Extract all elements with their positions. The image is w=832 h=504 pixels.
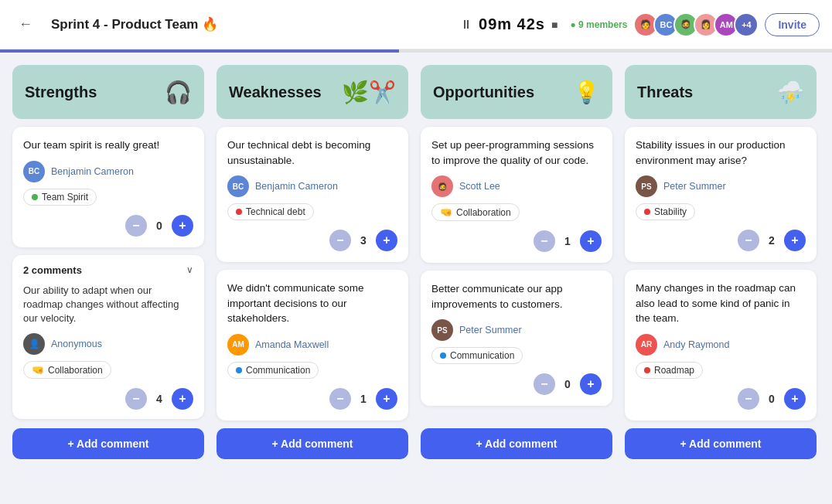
add-comment-button-weaknesses[interactable]: + Add comment bbox=[217, 428, 408, 459]
vote-minus-button[interactable]: − bbox=[738, 388, 759, 410]
card-tag: Team Spirit bbox=[23, 189, 97, 206]
tag-dot bbox=[236, 209, 242, 215]
vote-row: − 3 + bbox=[227, 230, 397, 251]
tag-dot bbox=[644, 209, 650, 215]
card-text: We didn't communicate some important dec… bbox=[227, 281, 397, 326]
comment-vote-minus[interactable]: − bbox=[125, 388, 147, 410]
add-comment-button-threats[interactable]: + Add comment bbox=[625, 428, 817, 459]
vote-count: 0 bbox=[766, 393, 778, 405]
card-opportunities-1: Set up peer-programming sessions to impr… bbox=[421, 127, 612, 263]
card-text: Many changes in the roadmap can also lea… bbox=[636, 281, 806, 326]
timer-controls: ⏸ 09m 42s ■ bbox=[460, 15, 558, 33]
card-author: AR Andy Raymond bbox=[636, 334, 806, 356]
vote-plus-button[interactable]: + bbox=[376, 388, 397, 410]
author-name: Benjamin Cameron bbox=[255, 181, 338, 192]
comment-tag-label: Collaboration bbox=[48, 365, 103, 376]
tag-label: Roadmap bbox=[654, 365, 694, 376]
column-weaknesses: Weaknesses 🌿✂️ Our technical debt is bec… bbox=[217, 65, 408, 459]
comment-vote-row: − 4 + bbox=[23, 388, 193, 410]
card-text: Our technical debt is becoming unsustain… bbox=[227, 138, 397, 168]
column-header-strengths: Strengths 🎧 bbox=[12, 65, 204, 119]
column-opportunities: Opportunities 💡 Set up peer-programming … bbox=[421, 65, 612, 459]
card-tag: Communication bbox=[431, 347, 523, 364]
tag-label: Team Spirit bbox=[42, 192, 88, 203]
vote-row: − 1 + bbox=[431, 230, 602, 252]
card-weaknesses-1: Our technical debt is becoming unsustain… bbox=[217, 127, 408, 262]
comments-section: 2 comments ∨ Our ability to adapt when o… bbox=[12, 255, 204, 420]
card-opportunities-2: Better communicate our app improvements … bbox=[421, 271, 612, 406]
comment-author: 👤 Anonymous bbox=[23, 333, 193, 355]
vote-minus-button[interactable]: − bbox=[534, 373, 555, 395]
tag-label: Collaboration bbox=[456, 207, 511, 218]
vote-minus-button[interactable]: − bbox=[534, 230, 555, 252]
card-text: Better communicate our app improvements … bbox=[431, 281, 602, 312]
add-comment-button-strengths[interactable]: + Add comment bbox=[12, 428, 204, 459]
card-tag: Stability bbox=[636, 203, 695, 220]
vote-minus-button[interactable]: − bbox=[329, 388, 351, 410]
comment-author-name: Anonymous bbox=[51, 339, 102, 349]
vote-minus-button[interactable]: − bbox=[738, 230, 759, 251]
author-avatar: PS bbox=[636, 175, 657, 197]
weaknesses-cards: Our technical debt is becoming unsustain… bbox=[217, 127, 408, 421]
card-text: Set up peer-programming sessions to impr… bbox=[431, 138, 602, 168]
author-name: Amanda Maxwell bbox=[255, 339, 329, 350]
card-tag: Roadmap bbox=[636, 362, 703, 379]
members-area: ● 9 members 🧑 BC 🧔 👩 AM +4 Invite bbox=[570, 12, 820, 37]
author-avatar: 🧔 bbox=[431, 175, 453, 197]
card-strengths-1: Our team spirit is really great! BC Benj… bbox=[12, 127, 204, 247]
vote-plus-button[interactable]: + bbox=[580, 230, 602, 252]
opportunities-icon: 💡 bbox=[573, 80, 600, 105]
vote-minus-button[interactable]: − bbox=[329, 230, 351, 251]
vote-count: 2 bbox=[766, 234, 778, 247]
stop-button[interactable]: ■ bbox=[551, 19, 558, 31]
vote-plus-button[interactable]: + bbox=[580, 373, 602, 395]
invite-button[interactable]: Invite bbox=[765, 13, 820, 36]
column-threats: Threats ⛈️ Stability issues in our produ… bbox=[625, 65, 817, 459]
chevron-down-icon[interactable]: ∨ bbox=[186, 264, 193, 275]
vote-plus-button[interactable]: + bbox=[376, 230, 397, 251]
members-label: ● 9 members bbox=[570, 19, 627, 30]
page-title: Sprint 4 - Product Team 🔥 bbox=[51, 16, 448, 32]
column-header-opportunities: Opportunities 💡 bbox=[421, 65, 612, 119]
board: Strengths 🎧 Our team spirit is really gr… bbox=[0, 53, 832, 472]
column-title-strengths: Strengths bbox=[25, 83, 97, 101]
vote-plus-button[interactable]: + bbox=[784, 388, 806, 410]
author-avatar: BC bbox=[23, 161, 45, 182]
author-avatar: BC bbox=[227, 175, 249, 197]
pause-button[interactable]: ⏸ bbox=[460, 18, 472, 32]
back-button[interactable]: ← bbox=[12, 13, 39, 36]
card-weaknesses-2: We didn't communicate some important dec… bbox=[217, 270, 408, 421]
card-threats-2: Many changes in the roadmap can also lea… bbox=[625, 270, 817, 421]
comments-header: 2 comments ∨ bbox=[23, 264, 193, 276]
avatar-more: +4 bbox=[734, 12, 759, 37]
opportunities-cards: Set up peer-programming sessions to impr… bbox=[421, 127, 612, 421]
author-name: Peter Summer bbox=[663, 181, 726, 192]
author-avatar: PS bbox=[431, 319, 453, 341]
vote-count: 1 bbox=[561, 235, 574, 247]
tag-label: Communication bbox=[450, 350, 514, 361]
comment-vote-plus[interactable]: + bbox=[172, 388, 193, 410]
add-comment-button-opportunities[interactable]: + Add comment bbox=[421, 428, 612, 459]
tag-label: Communication bbox=[246, 365, 310, 376]
threats-icon: ⛈️ bbox=[777, 80, 804, 105]
card-threats-1: Stability issues in our production envir… bbox=[625, 127, 817, 262]
card-author: PS Peter Summer bbox=[431, 319, 602, 341]
author-name: Peter Summer bbox=[459, 325, 522, 335]
card-tag: Communication bbox=[227, 362, 319, 379]
author-name: Andy Raymond bbox=[663, 339, 729, 350]
vote-count: 0 bbox=[561, 378, 574, 390]
vote-plus-button[interactable]: + bbox=[784, 230, 806, 251]
vote-row: − 0 + bbox=[23, 215, 193, 237]
card-author: PS Peter Summer bbox=[636, 175, 806, 197]
vote-minus-button[interactable]: − bbox=[125, 215, 147, 237]
column-header-threats: Threats ⛈️ bbox=[625, 65, 817, 119]
card-author: BC Benjamin Cameron bbox=[227, 175, 397, 197]
vote-plus-button[interactable]: + bbox=[172, 215, 193, 237]
vote-row: − 1 + bbox=[227, 388, 397, 410]
vote-row: − 0 + bbox=[431, 373, 602, 395]
tag-dot bbox=[32, 194, 38, 200]
comments-title: 2 comments bbox=[23, 264, 82, 276]
weaknesses-icon: 🌿✂️ bbox=[342, 80, 396, 105]
vote-row: − 2 + bbox=[636, 230, 806, 251]
tag-dot bbox=[236, 367, 242, 373]
